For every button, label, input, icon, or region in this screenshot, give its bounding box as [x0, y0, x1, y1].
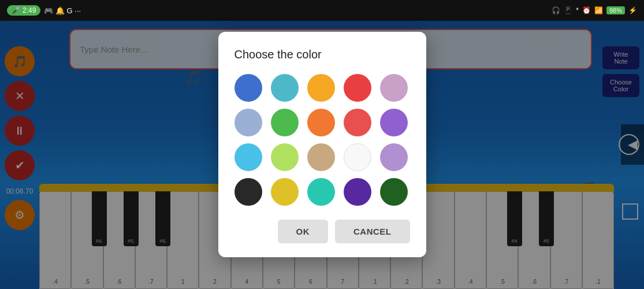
color-purple[interactable] [380, 109, 408, 136]
bluetooth-icon: * [576, 6, 579, 14]
color-coral[interactable] [344, 109, 371, 136]
signal-icon: 📶 [594, 6, 603, 14]
color-green[interactable] [271, 109, 299, 136]
color-sky-blue[interactable] [234, 143, 262, 171]
color-blue[interactable] [234, 74, 262, 102]
color-black[interactable] [234, 178, 262, 206]
color-pink[interactable] [380, 74, 408, 102]
color-lavender[interactable] [380, 143, 408, 171]
color-white[interactable] [344, 143, 371, 171]
color-tan[interactable] [307, 143, 335, 171]
dialog-actions: OK CANCEL [234, 220, 410, 243]
battery-indicator: 98% [606, 6, 625, 14]
charging-icon: ⚡ [628, 6, 637, 14]
color-lime[interactable] [271, 143, 299, 171]
status-bar: 🎤 2:49 🎮 🔔 G ··· 🎧 📱 * ⏰ 📶 98% ⚡ [0, 0, 644, 21]
color-light-blue[interactable] [234, 109, 262, 136]
color-dark-purple[interactable] [344, 178, 371, 206]
mic-icon: 🎤 [12, 6, 20, 14]
screen-icon: 📱 [564, 6, 572, 14]
color-picker-dialog: Choose the color OK CANCEL [218, 32, 426, 257]
mic-indicator: 🎤 2:49 [7, 5, 40, 16]
status-icons: 🎮 🔔 G ··· [44, 6, 81, 15]
color-teal[interactable] [271, 74, 299, 102]
color-cyan[interactable] [307, 178, 335, 206]
color-grid [234, 74, 410, 206]
status-time: 2:49 [23, 6, 36, 14]
color-dark-green[interactable] [380, 178, 408, 206]
color-red[interactable] [344, 74, 371, 102]
color-orange[interactable] [307, 74, 335, 102]
clock-icon: ⏰ [582, 6, 591, 14]
cancel-button[interactable]: CANCEL [335, 220, 410, 243]
status-left: 🎤 2:49 🎮 🔔 G ··· [7, 5, 81, 16]
status-right: 🎧 📱 * ⏰ 📶 98% ⚡ [552, 6, 637, 14]
color-yellow[interactable] [271, 178, 299, 206]
ok-button[interactable]: OK [278, 220, 329, 243]
color-dark-orange[interactable] [307, 109, 335, 136]
dialog-title: Choose the color [234, 48, 410, 61]
headphone-icon: 🎧 [552, 6, 560, 14]
